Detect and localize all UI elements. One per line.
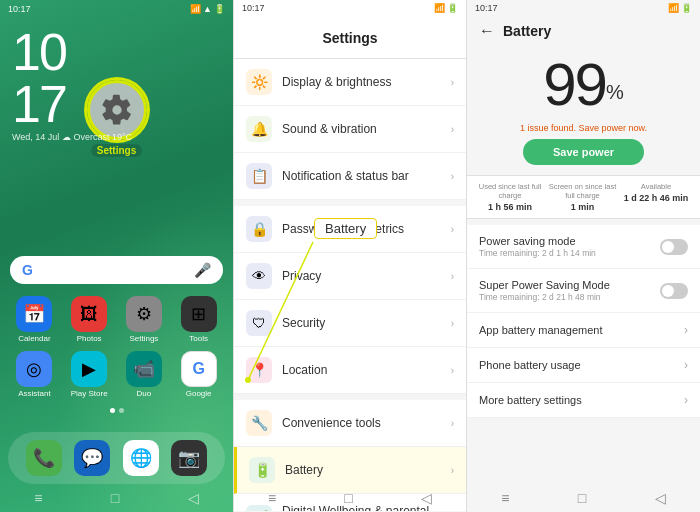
status-bar-settings: 10:17 📶 🔋 (234, 0, 466, 16)
clock-date: Wed, 14 Jul ☁ Overcast 19°C (12, 132, 221, 142)
app-settings[interactable]: ⚙ Settings (120, 296, 169, 343)
nav-back-icon[interactable]: ◁ (188, 490, 199, 506)
toggle-power-saving[interactable] (660, 239, 688, 255)
chevron-more-settings: › (684, 393, 688, 407)
status-time-settings: 10:17 (242, 3, 265, 13)
sound-icon: 🔔 (246, 116, 272, 142)
duo-icon[interactable]: 📹 (126, 351, 162, 387)
mic-icon[interactable]: 🎤 (194, 262, 211, 278)
battery-stats: Used since last fullcharge 1 h 56 min Sc… (467, 175, 700, 219)
settings-small-icon[interactable]: ⚙ (126, 296, 162, 332)
chevron-icon-2: › (451, 124, 454, 135)
app-photos[interactable]: 🖼 Photos (65, 296, 114, 343)
settings-title: Settings (234, 22, 466, 50)
settings-item-battery[interactable]: 🔋 Battery › (234, 447, 466, 494)
nav-menu-b[interactable]: ≡ (501, 490, 509, 506)
settings-item-security[interactable]: 🛡 Security › (234, 300, 466, 347)
convenience-icon: 🔧 (246, 410, 272, 436)
nav-menu-s[interactable]: ≡ (268, 490, 276, 506)
google-logo: G (22, 262, 33, 278)
settings-item-display[interactable]: 🔆 Display & brightness › (234, 59, 466, 106)
option-more-settings[interactable]: More battery settings › (467, 383, 700, 418)
app-duo-label: Duo (137, 389, 152, 398)
settings-item-location[interactable]: 📍 Location › (234, 347, 466, 394)
option-power-saving[interactable]: Power saving mode Time remaining: 2 d 1 … (467, 225, 700, 269)
battery-icon: 🔋 (214, 4, 225, 14)
nav-home-b[interactable]: □ (578, 490, 586, 506)
nav-menu-icon[interactable]: ≡ (34, 490, 42, 506)
settings-item-sound[interactable]: 🔔 Sound & vibration › (234, 106, 466, 153)
save-power-button[interactable]: Save power (523, 139, 644, 165)
option-power-saving-text: Power saving mode Time remaining: 2 d 1 … (479, 235, 596, 258)
dot-2 (119, 408, 124, 413)
clock-display: 10 17 (12, 26, 221, 130)
signal-icon-b: 📶 (668, 3, 679, 13)
stat-used-label: Used since last fullcharge (479, 182, 542, 200)
search-bar[interactable]: G 🎤 (10, 256, 223, 284)
dot-1 (110, 408, 115, 413)
option-super-power[interactable]: Super Power Saving Mode Time remaining: … (467, 269, 700, 313)
settings-item-privacy[interactable]: 👁 Privacy › (234, 253, 466, 300)
settings-item-notification[interactable]: 📋 Notification & status bar › (234, 153, 466, 200)
stat-screen: Screen on since lastfull charge 1 min (549, 182, 617, 212)
dock-phone[interactable]: 📞 (26, 440, 62, 476)
chevron-phone-usage: › (684, 358, 688, 372)
display-label: Display & brightness (282, 75, 451, 89)
chevron-icon-8: › (451, 418, 454, 429)
app-tools[interactable]: ⊞ Tools (174, 296, 223, 343)
app-tools-label: Tools (189, 334, 208, 343)
photos-icon[interactable]: 🖼 (71, 296, 107, 332)
percent-sign: % (606, 81, 624, 103)
location-label: Location (282, 363, 451, 377)
nav-home-s[interactable]: □ (344, 490, 352, 506)
password-icon: 🔒 (246, 216, 272, 242)
display-icon: 🔆 (246, 69, 272, 95)
nav-home-icon[interactable]: □ (111, 490, 119, 506)
sound-label: Sound & vibration (282, 122, 451, 136)
toggle-super-power[interactable] (660, 283, 688, 299)
status-bar-battery: 10:17 📶 🔋 (467, 0, 700, 16)
option-app-battery[interactable]: App battery management › (467, 313, 700, 348)
stat-screen-value: 1 min (571, 202, 595, 212)
battery-number: 99 (543, 51, 606, 118)
option-phone-usage[interactable]: Phone battery usage › (467, 348, 700, 383)
google-icon[interactable]: G (181, 351, 217, 387)
app-assistant[interactable]: ◎ Assistant (10, 351, 59, 398)
assistant-icon[interactable]: ◎ (16, 351, 52, 387)
app-duo[interactable]: 📹 Duo (120, 351, 169, 398)
settings-list: 🔆 Display & brightness › 🔔 Sound & vibra… (234, 59, 466, 511)
settings-header: Settings (234, 16, 466, 59)
chevron-icon-6: › (451, 318, 454, 329)
signal-icon-s: 📶 (434, 3, 445, 13)
app-playstore[interactable]: ▶ Play Store (65, 351, 114, 398)
dock-messages[interactable]: 💬 (74, 440, 110, 476)
convenience-label: Convenience tools (282, 416, 451, 430)
nav-back-b[interactable]: ◁ (655, 490, 666, 506)
privacy-label: Privacy (282, 269, 451, 283)
security-label: Security (282, 316, 451, 330)
app-calendar[interactable]: 📅 Calendar (10, 296, 59, 343)
stat-available-value: 1 d 22 h 46 min (624, 193, 689, 203)
stat-available-label: Available (641, 182, 671, 191)
nav-back-s[interactable]: ◁ (421, 490, 432, 506)
chevron-icon-7: › (451, 365, 454, 376)
playstore-icon[interactable]: ▶ (71, 351, 107, 387)
home-clock: 10 17 Wed, 14 Jul ☁ Overcast 19°C (0, 18, 233, 146)
settings-item-convenience[interactable]: 🔧 Convenience tools › (234, 400, 466, 447)
calendar-icon[interactable]: 📅 (16, 296, 52, 332)
chevron-icon-4: › (451, 224, 454, 235)
clock-hours: 10 (12, 23, 66, 81)
status-icons-battery: 📶 🔋 (668, 3, 692, 13)
app-google[interactable]: G Google (174, 351, 223, 398)
back-arrow-icon[interactable]: ← (479, 22, 495, 40)
nav-bar-settings: ≡ □ ◁ (234, 488, 466, 508)
page-dots (0, 408, 233, 413)
chevron-icon-5: › (451, 271, 454, 282)
battery-options-list: Power saving mode Time remaining: 2 d 1 … (467, 225, 700, 418)
dock-camera[interactable]: 📷 (171, 440, 207, 476)
app-photos-label: Photos (77, 334, 102, 343)
battery-page-title: Battery (503, 23, 551, 39)
tools-icon[interactable]: ⊞ (181, 296, 217, 332)
dock-chrome[interactable]: 🌐 (123, 440, 159, 476)
location-icon: 📍 (246, 357, 272, 383)
